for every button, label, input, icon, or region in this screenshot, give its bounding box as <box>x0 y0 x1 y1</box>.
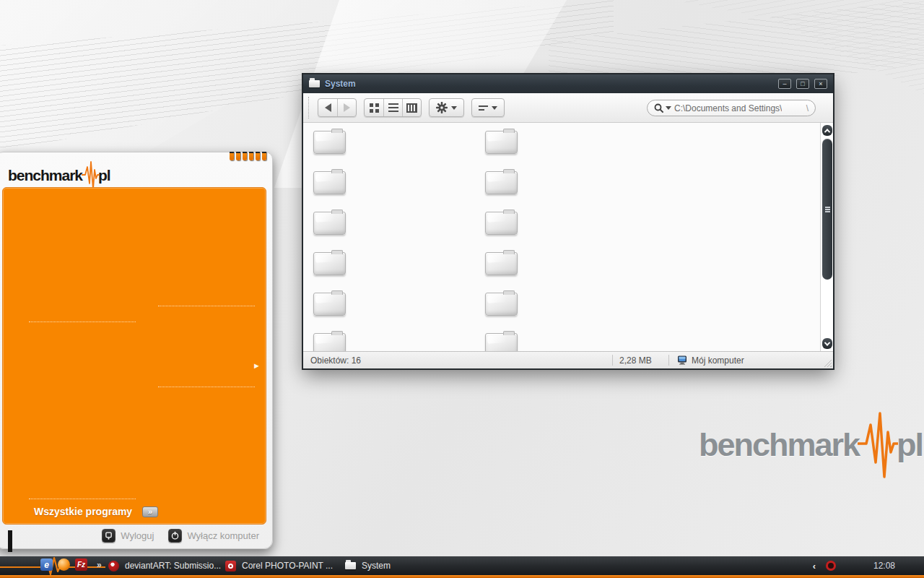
columns-view-icon <box>406 103 417 113</box>
menu-separator <box>29 322 136 322</box>
logo-text-left: benchmark <box>8 167 82 184</box>
start-menu-footer: Wyloguj Wyłącz komputer <box>0 523 272 548</box>
start-menu-logo: benchmark pl <box>8 160 110 191</box>
watermark-text-right: pl <box>897 426 923 464</box>
task-label: Corel PHOTO-PAINT ... <box>242 561 333 571</box>
taskbar-item-corel[interactable]: Corel PHOTO-PAINT ... <box>225 556 333 575</box>
back-icon <box>325 103 331 112</box>
internet-explorer-icon[interactable]: e <box>40 558 53 571</box>
folder-item[interactable] <box>485 212 518 235</box>
list-view-icon <box>388 103 398 105</box>
file-list-area <box>303 123 833 351</box>
window-title: System <box>325 79 778 89</box>
status-object-count: Obiektów: 16 <box>310 355 361 366</box>
logo-text-right: pl <box>98 167 110 184</box>
forward-icon <box>344 103 350 112</box>
submenu-arrow-icon[interactable]: ► <box>253 361 261 370</box>
icons-view-icon <box>370 103 373 107</box>
computer-icon <box>677 355 687 365</box>
status-divider <box>612 355 613 366</box>
taskbar: e Fz » deviantART: Submissio... Corel PH… <box>0 556 924 578</box>
menu-comb-decoration <box>230 152 266 160</box>
log-off-button[interactable]: Wyloguj <box>102 529 154 543</box>
resize-grip[interactable] <box>824 359 832 367</box>
toolbar-separator <box>308 97 309 118</box>
log-off-label: Wyloguj <box>121 530 154 541</box>
folder-item[interactable] <box>313 212 346 235</box>
taskbar-clock: 12:08 <box>873 561 895 571</box>
icons-view-button[interactable] <box>365 99 383 116</box>
list-view-button[interactable] <box>383 99 402 116</box>
menu-separator <box>158 306 255 306</box>
address-path: C:\Documents and Settings\ <box>674 103 782 113</box>
window-titlebar[interactable]: System – □ × <box>303 74 833 93</box>
taskbar-item-system[interactable]: System <box>345 556 391 575</box>
forward-button[interactable] <box>337 99 356 116</box>
close-button[interactable]: × <box>814 79 827 89</box>
quick-launch-overflow-chevron[interactable]: » <box>97 560 102 570</box>
folder-item[interactable] <box>313 333 346 351</box>
folder-item[interactable] <box>485 252 518 275</box>
start-menu: benchmark pl ► Wszystkie programy » Wylo… <box>0 152 273 549</box>
settings-dropdown-button[interactable] <box>430 99 463 116</box>
minimize-button[interactable]: – <box>778 79 791 89</box>
shut-down-button[interactable]: Wyłącz komputer <box>168 529 259 543</box>
folder-item[interactable] <box>313 131 346 154</box>
status-location: Mój komputer <box>692 355 744 366</box>
task-label: deviantART: Submissio... <box>125 561 221 571</box>
scroll-down-button[interactable] <box>822 338 832 349</box>
taskbar-accent-strip <box>0 575 924 578</box>
chevron-up-icon <box>824 129 830 134</box>
scroll-up-button[interactable] <box>822 125 832 136</box>
shut-down-label: Wyłącz komputer <box>187 530 259 541</box>
address-caret: \ <box>806 103 808 113</box>
status-size: 2,28 MB <box>619 355 652 366</box>
chevron-down-icon <box>824 340 830 345</box>
folder-item[interactable] <box>485 293 518 316</box>
dropdown-caret-icon <box>451 106 457 113</box>
folder-grid <box>313 131 657 351</box>
tray-collapse-chevron[interactable]: ‹ <box>813 561 816 571</box>
window-folder-icon <box>309 80 320 87</box>
watermark-text-left: benchmark <box>699 426 859 464</box>
address-search-box[interactable]: C:\Documents and Settings\ \ <box>647 100 816 116</box>
taskbar-item-deviantart[interactable]: deviantART: Submissio... <box>108 556 221 575</box>
vertical-scrollbar[interactable] <box>820 123 833 351</box>
log-off-icon <box>104 531 113 540</box>
desktop-watermark-logo: benchmark pl <box>699 410 923 480</box>
maximize-button[interactable]: □ <box>796 79 809 89</box>
back-button[interactable] <box>318 99 337 116</box>
folder-item[interactable] <box>313 293 346 316</box>
columns-view-button[interactable] <box>402 99 421 116</box>
filezilla-icon[interactable]: Fz <box>75 558 87 571</box>
window-toolbar: C:\Documents and Settings\ \ <box>303 93 833 123</box>
folder-icon <box>345 562 356 569</box>
task-label: System <box>362 561 391 571</box>
arrange-dropdown-button[interactable] <box>472 99 504 116</box>
thumb-grip-icon <box>825 209 830 210</box>
folder-item[interactable] <box>313 252 346 275</box>
corel-photopaint-icon <box>225 561 236 571</box>
gear-icon <box>436 102 448 113</box>
folder-item[interactable] <box>485 131 518 154</box>
pulse-icon <box>82 160 99 191</box>
all-programs-button[interactable]: Wszystkie programy » <box>34 506 158 517</box>
menu-separator <box>29 499 136 499</box>
status-divider <box>668 355 669 366</box>
menu-tail-decoration <box>8 530 12 552</box>
all-programs-chevron-icon: » <box>142 506 158 517</box>
start-menu-panel: ► Wszystkie programy » <box>2 187 266 525</box>
opera-tray-icon[interactable] <box>826 561 836 571</box>
search-icon <box>654 103 664 113</box>
explorer-window: System – □ × <box>303 74 833 368</box>
folder-item[interactable] <box>485 171 518 194</box>
status-bar: Obiektów: 16 2,28 MB Mój komputer <box>303 351 833 368</box>
arrange-icon <box>479 105 488 111</box>
system-tray: ‹ 12:08 <box>813 556 924 575</box>
deviantart-icon <box>108 561 119 571</box>
media-player-icon[interactable] <box>58 558 70 571</box>
folder-item[interactable] <box>485 333 518 351</box>
power-icon <box>170 531 180 540</box>
scrollbar-thumb[interactable] <box>822 139 832 280</box>
folder-item[interactable] <box>313 171 346 194</box>
